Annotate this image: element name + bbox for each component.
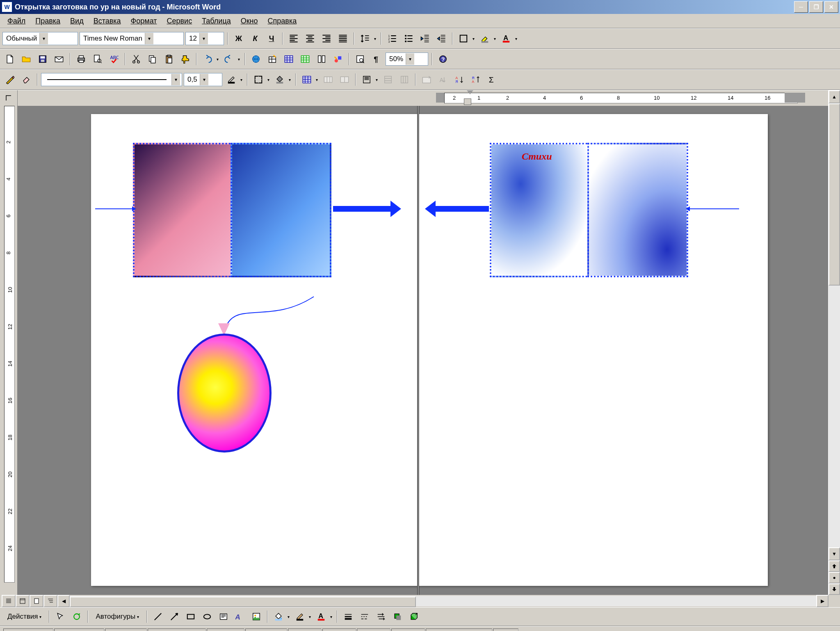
menu-table[interactable]: Таблица (198, 15, 235, 27)
status-rec[interactable]: ЗАП (288, 629, 322, 631)
show-hide-button[interactable]: ¶ (369, 52, 384, 66)
align-justify-button[interactable] (336, 31, 350, 46)
text-color-button[interactable]: A (314, 609, 329, 624)
status-book-icon[interactable] (493, 629, 518, 631)
text-color-dropdown[interactable] (329, 610, 333, 624)
numbered-list-button[interactable]: 123 (385, 31, 399, 46)
ruler-corner[interactable] (0, 90, 18, 106)
insert-table-dropdown[interactable] (314, 73, 319, 87)
font-size-combo[interactable]: 12 (185, 32, 224, 45)
increase-indent-button[interactable] (434, 31, 449, 46)
eraser-button[interactable] (19, 72, 34, 87)
menu-view[interactable]: Вид (66, 15, 88, 27)
menu-window[interactable]: Окно (237, 15, 262, 27)
shape-gradient-lightblue-right[interactable] (587, 143, 688, 277)
sort-desc-button[interactable]: ЯА (468, 72, 483, 87)
arrow-big-left[interactable] (436, 206, 489, 212)
highlight-dropdown[interactable] (492, 32, 497, 46)
redo-dropdown[interactable] (236, 52, 241, 66)
line-style-button[interactable] (341, 609, 356, 624)
undo-dropdown[interactable] (215, 52, 220, 66)
spelling-button[interactable]: ABC (107, 52, 121, 66)
sort-asc-button[interactable]: АЯ (452, 72, 467, 87)
menu-tools[interactable]: Сервис (163, 15, 196, 27)
shadow-button[interactable] (390, 609, 405, 624)
shading-color-dropdown[interactable] (287, 73, 292, 87)
outline-view-button[interactable] (43, 595, 57, 607)
save-button[interactable] (35, 52, 50, 66)
copy-button[interactable] (145, 52, 160, 66)
status-ovr[interactable]: ЗАМ (391, 629, 425, 631)
shading-color-button[interactable] (272, 72, 287, 87)
arrow-big-right[interactable] (333, 206, 390, 212)
border-color-button[interactable] (224, 72, 239, 87)
horizontal-scrollbar[interactable]: ◀ ▶ (57, 596, 829, 606)
scroll-right-button[interactable]: ▶ (816, 595, 829, 607)
status-language[interactable]: русский (Ро (426, 629, 492, 631)
arrow-tool-button[interactable] (167, 609, 182, 624)
line-color-dropdown[interactable] (307, 610, 312, 624)
balloon-string[interactable] (224, 295, 318, 327)
bold-button[interactable]: Ж (231, 31, 246, 46)
paste-button[interactable] (162, 52, 176, 66)
insert-worksheet-button[interactable] (298, 52, 313, 66)
border-color-dropdown[interactable] (239, 73, 244, 87)
shape-gradient-pink[interactable] (133, 143, 234, 277)
style-combo[interactable]: Обычный (2, 32, 78, 45)
line-style-combo[interactable] (41, 73, 182, 86)
rectangle-tool-button[interactable] (183, 609, 198, 624)
mail-button[interactable] (52, 52, 66, 66)
vertical-scrollbar[interactable]: ▲ ▼ ● (828, 90, 840, 595)
normal-view-button[interactable] (2, 595, 16, 607)
status-trk[interactable]: ИСПР (322, 629, 356, 631)
dash-style-button[interactable] (357, 609, 372, 624)
redo-button[interactable] (221, 52, 236, 66)
fill-color-dropdown[interactable] (286, 610, 291, 624)
line-weight-combo[interactable]: 0,5 (184, 73, 222, 86)
columns-button[interactable] (314, 52, 329, 66)
font-combo[interactable]: Times New Roman (80, 32, 184, 45)
arrow-thin-right[interactable] (95, 208, 132, 209)
align-left-button[interactable] (286, 31, 301, 46)
insert-table-button-2[interactable] (299, 72, 314, 87)
drawing-actions-menu[interactable]: Действия ▾ (3, 610, 46, 624)
close-button[interactable]: ✕ (824, 1, 838, 13)
shape-gradient-lightblue-left[interactable] (490, 143, 591, 277)
italic-button[interactable]: К (248, 31, 262, 46)
borders-dropdown[interactable] (471, 32, 476, 46)
arrow-thin-left[interactable] (690, 208, 739, 209)
align-right-button[interactable] (319, 31, 334, 46)
font-color-button[interactable]: A (499, 31, 514, 46)
new-button[interactable] (2, 52, 17, 66)
tables-borders-button[interactable] (265, 52, 280, 66)
line-tool-button[interactable] (151, 609, 165, 624)
menu-format[interactable]: Формат (127, 15, 161, 27)
zoom-combo[interactable]: 50% (386, 53, 428, 66)
left-indent-marker[interactable] (464, 98, 471, 105)
drawing-toolbar-button[interactable] (331, 52, 345, 66)
print-button[interactable] (74, 52, 89, 66)
status-ext[interactable]: ВДЛ (357, 629, 390, 631)
free-rotate-button[interactable] (69, 609, 84, 624)
menu-insert[interactable]: Вставка (89, 15, 125, 27)
undo-button[interactable] (200, 52, 215, 66)
menu-edit[interactable]: Правка (31, 15, 64, 27)
menu-help[interactable]: Справка (264, 15, 301, 27)
help-button[interactable]: ? (436, 52, 450, 66)
restore-button[interactable]: ❐ (809, 1, 823, 13)
underline-button[interactable]: Ч (264, 31, 279, 46)
document-map-button[interactable] (353, 52, 368, 66)
decrease-indent-button[interactable] (418, 31, 432, 46)
prev-page-button[interactable] (829, 560, 840, 572)
document-canvas[interactable]: Стихи (17, 106, 829, 595)
oval-tool-button[interactable] (200, 609, 215, 624)
web-layout-view-button[interactable] (16, 595, 30, 607)
highlight-button[interactable] (477, 31, 492, 46)
next-page-button[interactable] (829, 583, 840, 595)
bulleted-list-button[interactable] (401, 31, 416, 46)
outside-border-button[interactable] (251, 72, 266, 87)
borders-button[interactable] (456, 31, 471, 46)
line-color-button[interactable] (292, 609, 307, 624)
balloon-shape[interactable] (177, 334, 272, 453)
print-layout-view-button[interactable] (30, 595, 43, 607)
